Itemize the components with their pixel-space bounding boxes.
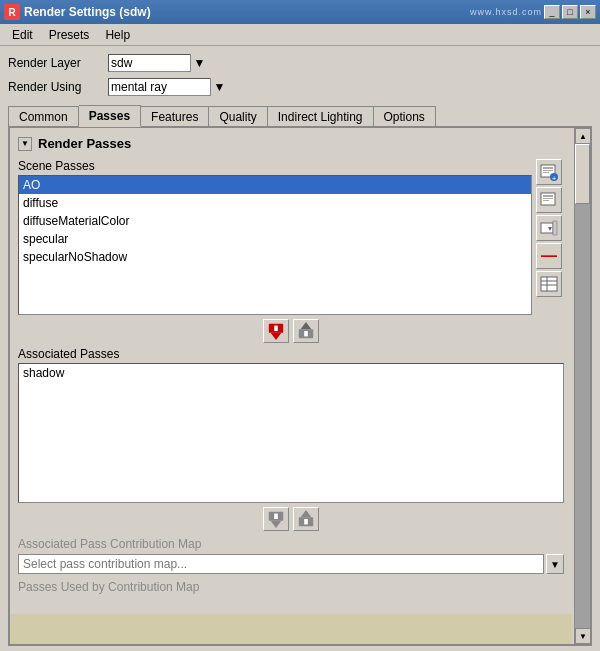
svg-marker-18 — [271, 333, 282, 340]
svg-rect-8 — [543, 198, 553, 199]
associated-passes-list[interactable]: shadow — [18, 363, 564, 503]
scroll-up-btn[interactable]: ▲ — [575, 128, 591, 144]
move-down-button[interactable] — [263, 319, 289, 343]
title-bar: R Render Settings (sdw) www.hxsd.com _ □… — [0, 0, 600, 24]
render-using-select-wrapper: mental ray ▼ — [108, 78, 228, 96]
tab-content: ▲ ▼ ▼ Render Passes Scene Passes AO diff… — [8, 126, 592, 646]
render-layer-select-wrapper: sdw ▼ — [108, 54, 208, 72]
app-icon: R — [4, 4, 20, 20]
associated-passes-main: shadow — [18, 363, 564, 503]
import-icon — [540, 219, 558, 237]
associated-passes-label: Associated Passes — [18, 347, 564, 361]
svg-rect-1 — [543, 167, 553, 169]
scroll-track — [575, 144, 590, 628]
edit-pass-button[interactable] — [536, 187, 562, 213]
list-item[interactable]: specular — [19, 230, 531, 248]
tab-indirect-lighting[interactable]: Indirect Lighting — [268, 106, 374, 127]
scene-passes-label: Scene Passes — [18, 159, 532, 173]
add-pass-icon: + — [540, 163, 558, 181]
svg-rect-9 — [543, 200, 549, 201]
list-item[interactable]: specularNoShadow — [19, 248, 531, 266]
delete-button[interactable]: — — [536, 243, 562, 269]
contribution-dropdown-btn[interactable]: ▼ — [546, 554, 564, 574]
passes-main: Scene Passes AO diffuse diffuseMaterialC… — [18, 159, 532, 315]
import-button[interactable] — [536, 215, 562, 241]
render-layer-label: Render Layer — [8, 56, 108, 70]
contribution-label: Associated Pass Contribution Map — [18, 537, 564, 551]
menu-edit[interactable]: Edit — [4, 26, 41, 44]
move-down-icon — [267, 322, 285, 340]
panel-header: ▼ Render Passes — [18, 136, 564, 151]
tabs-container: Common Passes Features Quality Indirect … — [8, 104, 592, 126]
svg-rect-25 — [274, 514, 278, 519]
tab-options[interactable]: Options — [374, 106, 436, 127]
svg-rect-12 — [553, 221, 557, 235]
scene-passes-list[interactable]: AO diffuse diffuseMaterialColor specular… — [18, 175, 532, 315]
title-bar-controls: www.hxsd.com _ □ × — [470, 5, 596, 19]
svg-rect-22 — [304, 331, 308, 336]
menu-bar: Edit Presets Help — [0, 24, 600, 46]
contribution-section: Associated Pass Contribution Map ▼ — [18, 537, 564, 574]
assoc-move-up-button[interactable] — [293, 507, 319, 531]
svg-rect-13 — [541, 277, 557, 291]
svg-rect-7 — [543, 195, 553, 197]
svg-rect-28 — [304, 519, 308, 524]
menu-presets[interactable]: Presets — [41, 26, 98, 44]
scroll-thumb[interactable] — [575, 144, 590, 204]
bottom-watermark-bg — [10, 614, 572, 644]
tab-common[interactable]: Common — [8, 106, 79, 127]
svg-text:+: + — [552, 174, 557, 181]
window-title: Render Settings (sdw) — [24, 5, 151, 19]
edit-pass-icon — [540, 191, 558, 209]
table-icon — [540, 275, 558, 293]
minimize-button[interactable]: _ — [544, 5, 560, 19]
assoc-move-down-icon — [267, 510, 285, 528]
svg-marker-20 — [301, 322, 312, 329]
associated-passes-area: shadow — [18, 363, 564, 503]
svg-marker-26 — [301, 510, 312, 517]
render-using-select[interactable]: mental ray — [108, 78, 228, 96]
render-layer-row: Render Layer sdw ▼ — [8, 54, 592, 72]
title-bar-left: R Render Settings (sdw) — [4, 4, 151, 20]
tab-features[interactable]: Features — [141, 106, 209, 127]
assoc-move-down-button[interactable] — [263, 507, 289, 531]
move-up-icon — [297, 322, 315, 340]
tab-quality[interactable]: Quality — [209, 106, 267, 127]
contribution-select[interactable] — [18, 554, 544, 574]
render-layer-select[interactable]: sdw — [108, 54, 208, 72]
scrollbar[interactable]: ▲ ▼ — [574, 128, 590, 644]
svg-rect-3 — [543, 172, 549, 173]
render-using-row: Render Using mental ray ▼ — [8, 78, 592, 96]
passes-toolbar: + — [536, 159, 564, 315]
watermark: www.hxsd.com — [470, 7, 542, 17]
panel-collapse-button[interactable]: ▼ — [18, 137, 32, 151]
tab-passes[interactable]: Passes — [79, 105, 141, 127]
scroll-down-btn[interactable]: ▼ — [575, 628, 591, 644]
passes-used-label: Passes Used by Contribution Map — [18, 580, 564, 594]
list-item[interactable]: diffuse — [19, 194, 531, 212]
move-up-button[interactable] — [293, 319, 319, 343]
maximize-button[interactable]: □ — [562, 5, 578, 19]
assoc-move-up-icon — [297, 510, 315, 528]
close-window-button[interactable]: × — [580, 5, 596, 19]
panel-title: Render Passes — [38, 136, 131, 151]
render-using-label: Render Using — [8, 80, 108, 94]
list-item[interactable]: shadow — [19, 364, 563, 382]
associated-arrow-buttons — [18, 507, 564, 531]
add-pass-button[interactable]: + — [536, 159, 562, 185]
contribution-select-row: ▼ — [18, 554, 564, 574]
render-passes-panel: ▼ Render Passes Scene Passes AO diffuse … — [18, 136, 564, 594]
menu-help[interactable]: Help — [97, 26, 138, 44]
passes-arrow-buttons — [18, 319, 564, 343]
list-item[interactable]: diffuseMaterialColor — [19, 212, 531, 230]
table-button[interactable] — [536, 271, 562, 297]
svg-marker-24 — [271, 521, 282, 528]
render-passes-area: Scene Passes AO diffuse diffuseMaterialC… — [18, 159, 564, 315]
svg-rect-19 — [274, 326, 278, 331]
main-window: Render Layer sdw ▼ Render Using mental r… — [0, 46, 600, 651]
list-item[interactable]: AO — [19, 176, 531, 194]
svg-rect-2 — [543, 170, 553, 171]
